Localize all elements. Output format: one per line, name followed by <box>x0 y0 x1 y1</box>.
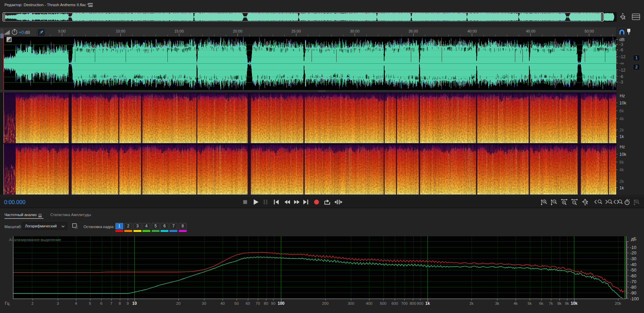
svg-text:dB: dB <box>25 30 30 35</box>
svg-text:-70: -70 <box>630 279 636 284</box>
svg-text:6k: 6k <box>539 301 543 305</box>
svg-text:-6: -6 <box>619 74 623 79</box>
svg-text:300: 300 <box>348 301 354 305</box>
svg-text:1k: 1k <box>425 301 430 306</box>
svg-text:-12: -12 <box>619 68 626 73</box>
svg-text:10k: 10k <box>571 301 578 306</box>
svg-text:10k: 10k <box>619 152 627 157</box>
svg-text:10k: 10k <box>619 101 627 105</box>
svg-text:4k: 4k <box>514 301 518 305</box>
svg-text:9: 9 <box>127 301 129 305</box>
svg-text:7k: 7k <box>549 301 553 305</box>
svg-text:8k: 8k <box>557 301 561 305</box>
svg-text:-90: -90 <box>630 290 636 296</box>
svg-text:80: 80 <box>264 301 268 305</box>
svg-text:-12: -12 <box>619 54 626 59</box>
svg-text:25:00: 25:00 <box>291 29 301 33</box>
svg-text:-10: -10 <box>630 245 636 250</box>
svg-text:4k: 4k <box>619 116 624 121</box>
svg-text:-30: -30 <box>630 256 636 261</box>
svg-text:Hz: Hz <box>620 93 625 98</box>
svg-text:100: 100 <box>278 301 285 306</box>
svg-text:dB: dB <box>619 37 624 42</box>
svg-text:1k: 1k <box>619 186 624 190</box>
svg-text:90: 90 <box>271 301 276 305</box>
svg-text:+0: +0 <box>19 30 24 35</box>
svg-text:50:00: 50:00 <box>584 29 594 33</box>
svg-text:5: 5 <box>89 301 91 305</box>
svg-text:30: 30 <box>202 301 206 305</box>
svg-text:40:00: 40:00 <box>467 29 477 33</box>
svg-text:2k: 2k <box>619 179 624 184</box>
svg-text:3: 3 <box>57 301 59 305</box>
svg-text:-40: -40 <box>630 262 636 267</box>
svg-text:2k: 2k <box>619 128 624 133</box>
svg-text:70: 70 <box>256 301 260 305</box>
svg-text:10:00: 10:00 <box>116 29 125 33</box>
svg-text:5:00: 5:00 <box>58 29 65 33</box>
svg-text:Анализированое выделение: Анализированое выделение <box>9 238 61 242</box>
svg-text:20:00: 20:00 <box>233 29 242 33</box>
svg-text:35:00: 35:00 <box>408 29 418 33</box>
svg-text:3k: 3k <box>495 301 499 305</box>
svg-text:2: 2 <box>31 301 34 305</box>
svg-text:45:00: 45:00 <box>526 29 535 33</box>
svg-text:-20: -20 <box>630 250 636 255</box>
svg-text:7: 7 <box>110 301 112 305</box>
svg-text:-∞: -∞ <box>619 61 624 66</box>
svg-text:дБ: дБ <box>631 236 636 241</box>
svg-text:20k: 20k <box>615 301 621 305</box>
svg-text:900: 900 <box>417 301 423 305</box>
svg-text:800: 800 <box>409 301 416 305</box>
svg-text:1k: 1k <box>619 134 624 139</box>
svg-text:1: 1 <box>635 55 638 60</box>
svg-text:700: 700 <box>401 301 407 305</box>
svg-text:Hz: Hz <box>620 145 625 149</box>
svg-text:10: 10 <box>132 301 137 306</box>
svg-text:60: 60 <box>246 301 250 305</box>
svg-text:6k: 6k <box>619 160 624 165</box>
svg-text:500: 500 <box>380 301 386 305</box>
svg-text:200: 200 <box>322 301 328 305</box>
svg-text:-3: -3 <box>619 80 623 85</box>
svg-text:600: 600 <box>391 301 398 305</box>
svg-text:9k: 9k <box>565 301 569 305</box>
svg-text:-80: -80 <box>630 285 636 290</box>
svg-text:4: 4 <box>75 301 77 305</box>
svg-text:2: 2 <box>635 65 638 70</box>
svg-text:-6: -6 <box>619 48 623 52</box>
svg-text:-100: -100 <box>630 296 639 301</box>
svg-text:50: 50 <box>235 301 239 305</box>
svg-text:40: 40 <box>220 301 225 305</box>
svg-text:Гц: Гц <box>5 301 9 306</box>
svg-text:5k: 5k <box>528 301 532 305</box>
svg-text:4k: 4k <box>619 167 624 172</box>
svg-text:-3: -3 <box>619 42 623 47</box>
svg-text:400: 400 <box>366 301 372 305</box>
svg-text:30:00: 30:00 <box>350 29 359 33</box>
svg-text:6: 6 <box>100 301 102 305</box>
svg-text:-60: -60 <box>630 273 636 278</box>
svg-text:20: 20 <box>176 301 181 305</box>
svg-text:15:00: 15:00 <box>174 29 184 33</box>
svg-text:2k: 2k <box>469 301 473 305</box>
svg-text:-50: -50 <box>630 267 636 273</box>
svg-text:6k: 6k <box>619 109 624 113</box>
svg-text:8: 8 <box>119 301 121 305</box>
